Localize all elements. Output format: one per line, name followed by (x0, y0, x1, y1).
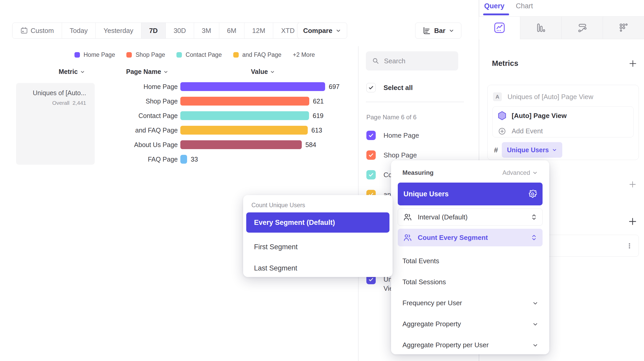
calendar-icon (20, 27, 28, 34)
date-range-yesterday[interactable]: Yesterday (96, 23, 141, 38)
column-header-metric[interactable]: Metric (59, 68, 85, 75)
option-every-segment-selected[interactable]: Every Segment (Default) (246, 212, 389, 233)
add-event-row[interactable]: Add Event (498, 127, 543, 135)
legend-item[interactable]: Contact Page (176, 51, 222, 58)
chevron-down-icon (449, 28, 454, 33)
date-range-12m[interactable]: 12M (244, 23, 273, 38)
bar-and-faq-page[interactable] (180, 126, 308, 135)
bar-chart-icon (535, 22, 546, 33)
legend-item[interactable]: Home Page (74, 51, 115, 58)
search-box (366, 51, 458, 71)
measuring-title: Measuring (402, 169, 434, 176)
active-tab-underline (483, 13, 509, 15)
divider (366, 102, 464, 102)
date-range-6m[interactable]: 6M (219, 23, 244, 38)
select-all-checkbox[interactable] (366, 83, 376, 92)
option-aggregate-property-per-user[interactable]: Aggregate Property per User (398, 335, 543, 356)
date-range-7d[interactable]: 7D (141, 23, 166, 38)
checkbox-checked[interactable] (366, 131, 376, 140)
horizontal-bar-chart-icon (422, 26, 431, 35)
metric-cell-name: Uniques of [Auto... (16, 89, 86, 97)
legend-swatch (233, 52, 239, 58)
bar-value: 621 (313, 98, 324, 105)
bar-row: Home Page 697 (99, 79, 340, 94)
date-range-today[interactable]: Today (62, 23, 96, 38)
checkbox-checked[interactable] (366, 150, 376, 160)
tab-flow-chart[interactable] (562, 17, 603, 39)
filter-item-home-page[interactable]: Home Page (366, 131, 419, 140)
measurement-selector[interactable]: Unique Users (502, 142, 562, 158)
compare-button[interactable]: Compare (297, 23, 347, 39)
tab-insights-chart[interactable] (479, 17, 520, 39)
bar-label: FAQ Page (99, 156, 180, 163)
option-interval[interactable]: Interval (Default) (398, 209, 543, 226)
event-row[interactable]: [Auto] Page View (498, 111, 567, 120)
option-count-every-segment[interactable]: Count Every Segment (398, 229, 543, 246)
kebab-menu-icon[interactable] (626, 242, 633, 249)
metrics-section-title: Metrics (492, 59, 518, 68)
chart-legend: Home Page Shop Page Contact Page and FAQ… (74, 51, 315, 58)
tab-chart[interactable]: Chart (516, 2, 533, 10)
measurement-hash-symbol: # (494, 146, 498, 154)
unfold-stepper-icon[interactable] (531, 214, 537, 220)
option-unique-users-selected[interactable]: Unique Users (398, 183, 543, 205)
hexagon-event-icon (498, 111, 506, 120)
metric-cell-overall: Overall 2,441 (16, 100, 86, 106)
insights-chart-icon (494, 22, 505, 33)
filter-item-shop-page[interactable]: Shop Page (366, 150, 417, 160)
unfold-stepper-icon[interactable] (531, 234, 537, 241)
bar-value: 619 (313, 112, 324, 120)
option-first-segment[interactable]: First Segment (246, 236, 389, 258)
option-frequency-per-user[interactable]: Frequency per User (398, 293, 543, 314)
search-input[interactable] (384, 57, 446, 65)
bar-label: Contact Page (99, 112, 180, 120)
metric-card-title: Uniques of [Auto] Page View (508, 93, 593, 101)
select-all-label: Select all (383, 84, 413, 92)
advanced-dropdown[interactable]: Advanced (502, 169, 538, 176)
select-all-row[interactable]: Select all (366, 83, 413, 92)
tab-bar-chart[interactable] (520, 17, 561, 39)
add-metric-button[interactable] (628, 59, 637, 68)
bar-contact-page[interactable] (180, 111, 309, 120)
option-last-segment[interactable]: Last Segment (246, 258, 389, 279)
add-filter-button[interactable] (628, 180, 637, 189)
tab-more-charts[interactable] (603, 17, 644, 39)
filter-section-label: Page Name 6 of 6 (366, 114, 416, 121)
option-total-events[interactable]: Total Events (398, 251, 543, 272)
column-header-value[interactable]: Value (251, 68, 275, 75)
bar-faq-page[interactable] (180, 155, 187, 164)
chevron-down-icon (270, 69, 275, 74)
column-header-page-name[interactable]: Page Name (126, 68, 168, 75)
segment-popover-title: Count Unique Users (251, 202, 389, 209)
add-breakdown-button[interactable] (628, 217, 637, 226)
search-icon (372, 57, 379, 65)
legend-item[interactable]: and FAQ Page (233, 51, 282, 58)
bar-value: 584 (305, 141, 316, 149)
chevron-down-icon (532, 342, 538, 348)
chart-type-selector[interactable]: Bar (415, 23, 461, 39)
gear-icon[interactable] (529, 190, 537, 198)
chevron-down-icon (532, 321, 538, 327)
legend-item[interactable]: Shop Page (126, 51, 165, 58)
dots-grid-icon (618, 22, 629, 33)
insights-report-page: Custom Today Yesterday 7D 30D 3M 6M 12M … (0, 0, 644, 361)
people-icon (403, 234, 412, 241)
bar-shop-page[interactable] (180, 97, 309, 106)
date-range-30d[interactable]: 30D (166, 23, 194, 38)
bar-row: Contact Page 619 (99, 108, 324, 123)
option-aggregate-property[interactable]: Aggregate Property (398, 314, 543, 335)
bar-home-page[interactable] (180, 82, 325, 91)
bar-label: Shop Page (99, 98, 180, 105)
bar-row: FAQ Page 33 (99, 152, 198, 166)
tab-query[interactable]: Query (484, 2, 504, 10)
checkbox-checked[interactable] (366, 170, 376, 179)
legend-more-label[interactable]: +2 More (293, 51, 315, 58)
date-range-custom[interactable]: Custom (12, 23, 62, 38)
chevron-down-icon (532, 300, 538, 306)
bar-about-us-page[interactable] (180, 140, 302, 149)
bar-row: Shop Page 621 (99, 94, 324, 108)
date-range-3m[interactable]: 3M (194, 23, 219, 38)
option-total-sessions[interactable]: Total Sessions (398, 272, 543, 293)
metric-card-header: A Uniques of [Auto] Page View (493, 92, 593, 101)
bar-row: and FAQ Page 613 (99, 123, 322, 137)
